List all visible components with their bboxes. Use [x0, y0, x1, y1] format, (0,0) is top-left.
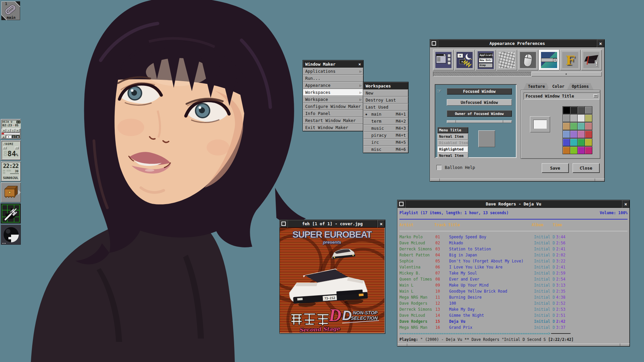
pause-button[interactable]: ‖: [12, 135, 16, 138]
dockapp-music-player[interactable]: DEJA U 02:23 ∴ 85 ◀◀◀▶▶▶ ▲ ▶ ‖ ■: [1, 119, 21, 139]
prefs-resizebar[interactable]: [430, 179, 604, 181]
workspaces-menu-item[interactable]: Last Used: [363, 104, 408, 111]
palette-swatch[interactable]: [585, 138, 592, 146]
close-button-prefs[interactable]: Close: [573, 163, 599, 173]
palette-swatch[interactable]: [562, 114, 570, 122]
preview-menu-normal[interactable]: Normal Item: [437, 153, 468, 158]
player-titlebar[interactable]: Dave Rodgers - Deja Vu ×: [397, 200, 630, 208]
dockapp-config-tool[interactable]: [1, 203, 21, 224]
miniaturize-button[interactable]: [430, 40, 438, 47]
palette-swatch[interactable]: [585, 106, 592, 114]
track-row[interactable]: Derreck Simons03Station to StationInitia…: [399, 246, 628, 252]
toolbar-icon-menu-preferences[interactable]: Applicati New Entr Gimp: [475, 50, 496, 70]
color-well[interactable]: [530, 116, 550, 132]
player-close-button[interactable]: ×: [622, 200, 630, 208]
palette-swatch[interactable]: [585, 122, 592, 130]
root-menu-item[interactable]: Restart Window Maker: [303, 117, 363, 124]
root-menu-item[interactable]: Appearance▷: [303, 82, 363, 89]
preview-menu-disabled[interactable]: Disabled Item: [437, 140, 468, 146]
workspaces-menu-item[interactable]: Destroy Last: [363, 97, 408, 104]
track-row[interactable]: Wain L09Make Up Your MindInitial D3:13: [399, 282, 628, 288]
palette-swatch[interactable]: [570, 146, 578, 154]
stop-button[interactable]: ■: [16, 135, 20, 138]
root-menu-item[interactable]: Applications▷: [303, 68, 363, 75]
preview-owner-titlebar[interactable]: Owner of Focused Window: [447, 110, 512, 117]
palette-swatch[interactable]: [562, 138, 570, 146]
toolbar-icon-appearance[interactable]: ×: [539, 50, 559, 70]
preview-menu-sample[interactable]: Menu TitleNormal ItemDisabled ItemHighli…: [437, 127, 468, 158]
workspaces-menu-item[interactable]: ircM4+5: [363, 139, 408, 146]
palette-swatch[interactable]: [562, 106, 570, 114]
track-row[interactable]: Queen of Times08Ever and EverInitial D2:…: [399, 276, 628, 282]
prefs-titlebar[interactable]: Appearance Preferences ×: [430, 40, 604, 47]
player-progress[interactable]: [2, 133, 20, 134]
dropdown-handle-icon[interactable]: [593, 94, 598, 98]
toolbar-icon-window-focus[interactable]: × ×: [454, 50, 475, 70]
root-menu-item[interactable]: Configure Window Maker: [303, 103, 363, 110]
root-menu-item[interactable]: Info Panel: [303, 110, 363, 117]
track-row[interactable]: Dave Rodgers15Deja VuInitial D2:42: [399, 318, 628, 324]
dockapp-disk-monitor[interactable]: /HOME ← → 884%: [1, 140, 21, 160]
dockapp-drawer[interactable]: [1, 182, 21, 202]
workspaces-menu-item[interactable]: miscM4+6: [363, 146, 408, 153]
palette-swatch[interactable]: [570, 122, 578, 130]
root-menu-item[interactable]: Workspace▷: [303, 96, 363, 103]
tab-options[interactable]: Options: [567, 83, 594, 90]
toolbar-icon-expert[interactable]: !: [581, 50, 602, 70]
close-button[interactable]: ×: [597, 40, 604, 47]
dockapp-sphere[interactable]: [1, 225, 21, 245]
palette-swatch[interactable]: [577, 106, 585, 114]
preview-icon-square[interactable]: [478, 130, 495, 147]
toolbar-scrollbar-thumb[interactable]: [531, 72, 602, 76]
palette-swatch[interactable]: [577, 130, 585, 138]
workspaces-menu-item[interactable]: piracyM4+t: [363, 132, 408, 139]
track-row[interactable]: Dave McLoud14Gimme the NightInitial D2:5…: [399, 312, 628, 318]
track-row[interactable]: Mega NRG Man11Burning DesireInitial D4:3…: [399, 294, 628, 300]
toolbar-icon-window-ops[interactable]: [433, 50, 454, 70]
disk-next-button[interactable]: →: [15, 146, 19, 149]
color-target-dropdown[interactable]: Focused Window Title: [524, 93, 599, 100]
toolbar-icon-mouse[interactable]: [518, 50, 538, 70]
track-row[interactable]: Dave Rodgers12100Initial D2:52: [399, 300, 628, 306]
save-button[interactable]: Save: [542, 163, 569, 173]
toolbar-icon-keyboard[interactable]: [496, 50, 517, 70]
track-row[interactable]: Mega NRG Man16Grand PrixInitial D3:37: [399, 324, 628, 330]
balloon-help-checkbox[interactable]: [436, 165, 441, 170]
player-resizebar[interactable]: [397, 344, 630, 346]
track-row[interactable]: Mickey B.07Take My SoulInitial D2:59: [399, 270, 628, 276]
track-row[interactable]: Valentina06I Love You Like You AreInitia…: [399, 264, 628, 270]
workspaces-menu-item[interactable]: New: [363, 89, 408, 97]
root-menu-item[interactable]: Run...: [303, 75, 363, 82]
track-row[interactable]: Robert Patton04Big in JapanInitial D2:02: [399, 252, 628, 258]
palette-swatch[interactable]: [562, 130, 570, 138]
track-row[interactable]: Marko Polo01Speedy Speed BoyInitial D3:4…: [399, 234, 628, 240]
palette-swatch[interactable]: [577, 114, 585, 122]
tab-texture[interactable]: Texture: [523, 83, 550, 90]
root-menu-item[interactable]: Exit Window Maker: [303, 124, 363, 131]
feh-titlebar[interactable]: feh [1 of 1] - cover.jpg ×: [280, 220, 385, 228]
root-menu-titlebar[interactable]: Window Maker ×: [303, 60, 363, 68]
palette-swatch[interactable]: [577, 122, 585, 130]
palette-swatch[interactable]: [570, 106, 578, 114]
root-menu-close-icon[interactable]: ×: [358, 62, 361, 67]
track-row[interactable]: Derreck Simons13Make My DayInitial D2:53: [399, 306, 628, 312]
workspaces-menu-item[interactable]: musicM4+3: [363, 125, 408, 132]
palette-swatch[interactable]: [562, 146, 570, 154]
track-row[interactable]: Dave McLoud02MikadoInitial D2:56: [399, 240, 628, 246]
player-miniaturize-button[interactable]: [397, 200, 405, 208]
preview-unfocused-titlebar[interactable]: Unfocused Window: [447, 99, 512, 106]
feh-close-button[interactable]: ×: [377, 220, 385, 228]
toolbar-icon-font[interactable]: F: [560, 50, 581, 70]
workspace-clip[interactable]: 1 main: [1, 1, 20, 20]
dockapp-clock[interactable]: 22:22 AM ALRM PM 39 SUN09JUL: [1, 161, 21, 181]
transport-button[interactable]: ▶: [11, 129, 15, 132]
palette-swatch[interactable]: [570, 130, 578, 138]
eject-button[interactable]: ▲: [2, 135, 6, 138]
workspaces-menu-titlebar[interactable]: Workspaces: [363, 82, 408, 89]
feh-miniaturize-button[interactable]: [280, 220, 287, 228]
transport-button[interactable]: ▶▶: [15, 129, 20, 132]
palette-swatch[interactable]: [585, 130, 592, 138]
preview-focused-titlebar[interactable]: Focused Window: [447, 88, 512, 95]
transport-button[interactable]: ◀◀: [2, 129, 6, 132]
root-menu-item[interactable]: Workspaces▷: [303, 89, 363, 96]
